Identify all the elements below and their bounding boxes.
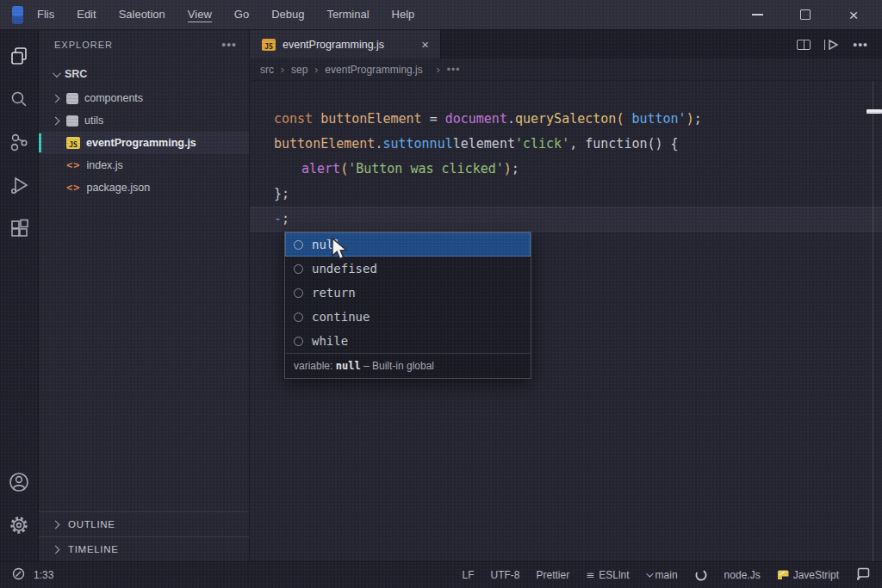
breadcrumb-sep-folder[interactable]: sep	[291, 64, 307, 76]
suggest-item-label: continue	[312, 310, 370, 324]
run-debug-icon[interactable]	[5, 171, 33, 199]
suggest-item-return[interactable]: return	[285, 281, 531, 305]
editor-actions: •••	[797, 30, 882, 59]
runtime-indicator[interactable]: node.Js	[724, 569, 761, 581]
list-icon: ≡	[586, 569, 594, 581]
file-label: package.json	[86, 182, 150, 194]
file-tree: SRC components utils JS eventProgramming…	[39, 59, 249, 199]
cursor-position[interactable]: 1:33	[34, 569, 53, 581]
chevron-down-icon	[646, 570, 653, 577]
split-editor-icon[interactable]	[797, 40, 811, 50]
title-bar: Flis Edit Saleotion View Go Debug Termin…	[0, 0, 882, 30]
tree-file-eventprogramming[interactable]: JS eventProgramming.js	[39, 132, 249, 154]
folder-icon	[66, 115, 78, 127]
tree-folder-components[interactable]: components	[39, 87, 249, 109]
editor-group: JS eventProgramming.js × ••• src › sep ›…	[250, 30, 882, 561]
tree-file-index[interactable]: <> index.js	[39, 154, 249, 176]
close-window-icon[interactable]: ×	[842, 3, 865, 26]
source-control-icon[interactable]	[5, 128, 33, 156]
js-lang-icon	[777, 570, 789, 580]
menu-view[interactable]: View	[188, 8, 212, 22]
suggest-item-null[interactable]: null	[285, 232, 531, 257]
circle-variable-icon	[294, 288, 303, 298]
more-actions-icon[interactable]: •••	[853, 38, 868, 52]
menu-debug[interactable]: Debug	[271, 8, 304, 22]
chevron-right-icon	[52, 116, 60, 125]
scrollbar[interactable]	[873, 81, 873, 561]
linter-indicator[interactable]: ≡ ESLlnt	[586, 569, 629, 581]
circle-variable-icon	[294, 264, 303, 274]
suggest-item-label: undefised	[312, 262, 377, 275]
code-file-icon: <>	[66, 159, 80, 171]
breadcrumb-separator-icon: ›	[281, 64, 284, 76]
menu-go[interactable]: Go	[234, 8, 249, 22]
suggest-item-continue[interactable]: continue	[285, 305, 531, 329]
code-line[interactable]: alert('Button was clicked');	[250, 157, 882, 182]
timeline-label: TIMELINE	[68, 544, 119, 554]
sync-icon[interactable]	[694, 568, 708, 582]
scrollbar-marker[interactable]	[866, 109, 882, 114]
git-branch-indicator[interactable]: main	[646, 569, 678, 581]
menu-terminal[interactable]: Terminal	[326, 8, 369, 22]
code-area[interactable]: const buttonElement = document.querySale…	[250, 107, 882, 232]
breadcrumb-more-icon[interactable]: •••	[447, 64, 461, 76]
code-line[interactable]: buttonElement.suttonnullelement'click', …	[250, 132, 882, 157]
linter-label: ESLlnt	[599, 569, 629, 581]
circle-variable-icon	[294, 240, 303, 250]
breadcrumb-separator-icon: ›	[314, 64, 318, 76]
breadcrumb-file[interactable]: eventProgramming.js	[325, 64, 422, 76]
explorer-icon[interactable]	[5, 42, 33, 70]
suggest-item-label: while	[312, 334, 348, 348]
language-label: JaveStript	[793, 569, 839, 581]
explorer-header: EXPLORER •••	[39, 30, 249, 59]
breadcrumb-src[interactable]: src	[260, 64, 274, 76]
branch-label: main	[655, 569, 678, 581]
folder-label: components	[84, 92, 143, 104]
tree-root-label: SRC	[65, 68, 87, 80]
code-file-icon: <>	[66, 182, 80, 194]
account-icon[interactable]	[5, 468, 33, 496]
notifications-icon[interactable]	[855, 567, 870, 583]
explorer-title: EXPLORER	[54, 40, 113, 50]
suggest-item-while[interactable]: while	[285, 329, 531, 353]
tree-folder-utils[interactable]: utils	[39, 109, 249, 132]
search-icon[interactable]	[5, 85, 33, 113]
suggest-item-undefised[interactable]: undefised	[285, 257, 531, 281]
extensions-icon[interactable]	[5, 214, 33, 242]
code-line[interactable]: -;	[250, 207, 882, 232]
js-file-icon: JS	[262, 39, 276, 51]
chevron-right-icon	[52, 520, 60, 529]
breadcrumb-separator-icon: ›	[437, 64, 440, 76]
encoding-indicator[interactable]: UTF-8	[490, 569, 519, 581]
run-file-icon[interactable]	[824, 39, 840, 51]
tree-file-package[interactable]: <> package.json	[39, 176, 249, 199]
maximize-icon[interactable]	[794, 3, 817, 26]
feedback-clock-icon[interactable]	[12, 567, 25, 583]
close-tab-icon[interactable]: ×	[419, 37, 432, 52]
outline-section[interactable]: OUTLINE	[39, 511, 249, 536]
autocomplete-dropdown: nullundefisedreturncontinuewhile variabl…	[284, 232, 531, 379]
suggest-detail-prefix: variable:	[294, 360, 336, 372]
menu-file[interactable]: Flis	[37, 8, 54, 22]
formatter-indicator[interactable]: Prettier	[536, 569, 569, 581]
app-logo-icon[interactable]	[12, 6, 23, 24]
tree-root-src[interactable]: SRC	[39, 63, 249, 85]
menu-selection[interactable]: Saleotion	[119, 8, 165, 22]
language-indicator[interactable]: JaveStript	[777, 569, 839, 581]
minimize-icon[interactable]	[746, 3, 768, 26]
menu-bar: Flis Edit Saleotion View Go Debug Termin…	[37, 8, 414, 22]
file-label: index.js	[86, 159, 122, 171]
menu-help[interactable]: Help	[392, 8, 415, 22]
code-line[interactable]: const buttonElement = document.querySale…	[250, 107, 882, 132]
settings-gear-icon[interactable]	[5, 511, 33, 539]
eol-indicator[interactable]: LF	[462, 569, 474, 581]
chevron-down-icon	[53, 69, 61, 77]
code-line[interactable]: };	[250, 182, 882, 207]
folder-label: utils	[84, 115, 103, 127]
menu-edit[interactable]: Edit	[77, 8, 96, 22]
timeline-section[interactable]: TIMELINE	[39, 536, 249, 561]
explorer-more-icon[interactable]: •••	[221, 38, 237, 52]
tab-eventprogramming[interactable]: JS eventProgramming.js ×	[250, 30, 441, 59]
code-editor[interactable]: const buttonElement = document.querySale…	[250, 81, 882, 561]
circle-variable-icon	[294, 337, 303, 346]
